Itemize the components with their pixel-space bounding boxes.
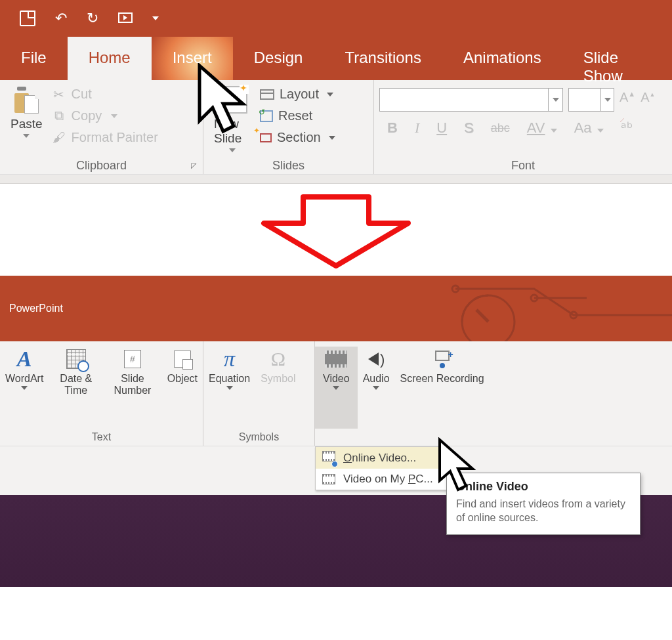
text-group-label: Text (0, 429, 203, 446)
wordart-button[interactable]: A WordArt (0, 347, 49, 429)
quick-access-toolbar: ↶ ↻ (0, 0, 672, 37)
section-button[interactable]: ✦ Section (256, 129, 339, 146)
format-painter-button[interactable]: 🖌 Format Painter (48, 129, 162, 146)
symbol-button: Ω Symbol (255, 347, 301, 429)
tab-transitions[interactable]: Transitions (324, 37, 442, 80)
film-icon (322, 474, 335, 484)
screen-recording-button[interactable]: Screen Recording (395, 347, 490, 429)
chevron-down-icon[interactable] (226, 386, 233, 390)
slides-group-label: Slides (272, 159, 304, 173)
symbol-icon: Ω (271, 348, 285, 370)
customize-qat-icon[interactable] (152, 16, 159, 20)
audio-icon (368, 352, 379, 366)
chevron-down-icon (553, 98, 559, 102)
tooltip-title: Online Video (456, 480, 631, 494)
chevron-down-icon[interactable] (229, 148, 236, 152)
slide-number-button[interactable]: # Slide Number (103, 347, 162, 429)
paste-button[interactable]: Paste (5, 83, 48, 140)
scissors-icon: ✂ (52, 87, 66, 102)
decorative-lines (442, 282, 672, 341)
clipboard-group-label: Clipboard (76, 159, 127, 173)
new-slide-icon (218, 87, 247, 113)
save-icon[interactable] (20, 11, 35, 26)
transition-arrow (0, 184, 672, 276)
ribbon-tabs: File Home Insert Design Transitions Anim… (0, 37, 672, 80)
italic-button[interactable]: I (407, 117, 427, 137)
record-dot-icon (440, 363, 445, 368)
tab-insert[interactable]: Insert (152, 37, 233, 80)
audio-button[interactable]: Audio (358, 347, 395, 429)
tooltip: Online Video Find and insert videos from… (446, 473, 640, 535)
reset-icon (260, 110, 273, 122)
paste-label: Paste (10, 117, 43, 131)
paintbrush-icon: 🖌 (52, 131, 66, 145)
chevron-down-icon[interactable] (111, 114, 117, 118)
decrease-font-icon[interactable]: A▲ (640, 90, 655, 105)
chevron-down-icon (604, 98, 611, 102)
menu-online-video[interactable]: Online Video... (316, 447, 448, 469)
slide-number-icon: # (124, 350, 141, 368)
redo-icon[interactable]: ↻ (87, 10, 98, 27)
sparkle-icon: ✦ (253, 126, 260, 135)
date-time-icon (66, 349, 86, 369)
chevron-down-icon[interactable] (373, 386, 379, 390)
font-name-combo[interactable] (379, 88, 563, 112)
copy-icon: ⧉ (52, 109, 66, 123)
new-slide-label: New Slide (214, 117, 251, 146)
change-case-button[interactable]: Aa (566, 117, 612, 137)
date-time-button[interactable]: Date & Time (49, 347, 103, 429)
reset-button[interactable]: Reset (256, 107, 339, 125)
start-from-beginning-icon[interactable] (118, 10, 133, 27)
tab-home[interactable]: Home (68, 37, 152, 80)
font-size-combo[interactable] (568, 88, 614, 112)
section-icon (260, 133, 272, 142)
ribbon-insert: A WordArt Date & Time # Slide Number Obj… (0, 341, 672, 446)
tab-slideshow[interactable]: Slide Show (562, 37, 672, 80)
undo-icon[interactable]: ↶ (55, 10, 67, 27)
video-button[interactable]: Video (315, 347, 358, 429)
bold-button[interactable]: B (379, 117, 406, 137)
video-icon (325, 351, 347, 368)
equation-icon: π (224, 347, 235, 372)
tab-animations[interactable]: Animations (442, 37, 562, 80)
tab-file[interactable]: File (0, 37, 68, 80)
paste-icon (14, 87, 38, 113)
tab-design[interactable]: Design (233, 37, 324, 80)
font-group-label: Font (511, 159, 535, 173)
video-dropdown: Online Video... Video on My PC... (315, 446, 449, 490)
cut-button[interactable]: ✂ Cut (48, 85, 162, 103)
text-shadow-button[interactable]: S (456, 117, 482, 137)
increase-font-icon[interactable]: A▲ (620, 90, 635, 105)
clear-formatting-button[interactable]: ᵃᵇ⟋ (613, 117, 640, 137)
online-video-icon (322, 451, 335, 465)
new-slide-button[interactable]: New Slide (209, 83, 256, 155)
menu-video-on-my-pc[interactable]: Video on My PC... (316, 469, 448, 490)
object-icon (174, 351, 191, 368)
screen-recording-icon (435, 351, 450, 361)
symbols-group-label: Symbols (203, 429, 314, 446)
char-spacing-button[interactable]: AV (519, 117, 565, 137)
chevron-down-icon[interactable] (329, 136, 335, 140)
title-bar: PowerPoint (0, 276, 672, 341)
layout-icon (260, 89, 274, 100)
object-button[interactable]: Object (162, 347, 203, 429)
svg-marker-1 (264, 197, 408, 266)
layout-button[interactable]: Layout (256, 85, 339, 103)
chevron-down-icon[interactable] (327, 93, 333, 96)
underline-button[interactable]: U (429, 117, 455, 137)
wordart-icon: A (17, 347, 32, 372)
equation-button[interactable]: π Equation (203, 347, 255, 429)
tooltip-body: Find and insert videos from a variety of… (456, 498, 631, 525)
ribbon-home: Paste ✂ Cut ⧉ Copy 🖌 Format Painter (0, 80, 672, 175)
clipboard-dialog-launcher-icon[interactable]: ◸ (191, 161, 196, 170)
app-title: PowerPoint (9, 303, 63, 314)
chevron-down-icon (551, 129, 557, 133)
chevron-down-icon (597, 129, 604, 133)
chevron-down-icon[interactable] (21, 386, 28, 390)
copy-button[interactable]: ⧉ Copy (48, 107, 162, 125)
chevron-down-icon[interactable] (333, 386, 339, 390)
strikethrough-button[interactable]: abc (483, 119, 518, 135)
chevron-down-icon[interactable] (23, 134, 30, 138)
dropdown-area: Online Video... Video on My PC... Online… (0, 446, 672, 495)
